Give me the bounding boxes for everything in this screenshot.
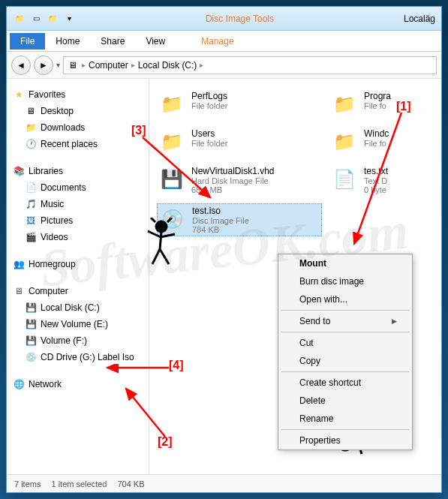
menu-burn[interactable]: Burn disc image: [278, 272, 412, 290]
file-name: test.iso: [192, 206, 249, 216]
menu-separator: [281, 429, 409, 430]
qat-btn-properties[interactable]: ▭: [29, 12, 43, 26]
statusbar: 7 items 1 item selected 704 KB: [7, 474, 441, 492]
tab-home[interactable]: Home: [45, 33, 90, 50]
forward-button[interactable]: ►: [34, 56, 53, 75]
sidebar-item-volume-e[interactable]: 💾New Volume (E:): [10, 316, 146, 332]
menu-open-with[interactable]: Open with...: [278, 290, 412, 308]
file-perflogs[interactable]: 📁 PerfLogsFile folder: [157, 89, 322, 119]
file-name: Users: [191, 128, 227, 139]
tab-share[interactable]: Share: [90, 33, 135, 50]
sidebar-item-videos[interactable]: 🎬Videos: [10, 229, 146, 245]
disk-icon: 💾: [25, 302, 37, 314]
pictures-icon: 🖼: [25, 215, 37, 227]
sidebar-item-recent[interactable]: 🕐Recent places: [10, 136, 146, 152]
breadcrumb-disk[interactable]: Local Disk (C:): [138, 60, 197, 71]
location-label: Localäg: [404, 14, 435, 24]
status-item-count: 7 items: [14, 479, 41, 488]
file-users[interactable]: 📁 UsersFile folder: [157, 127, 322, 157]
sidebar-label: Documents: [41, 182, 86, 193]
recent-icon: 🕐: [25, 138, 37, 150]
sidebar-network[interactable]: 🌐Network: [10, 376, 146, 392]
recent-locations-dropdown[interactable]: ▾: [56, 61, 60, 69]
sidebar-libraries[interactable]: 📚Libraries: [10, 163, 146, 179]
menu-separator: [281, 371, 409, 372]
computer-icon: 🖥: [67, 59, 79, 71]
qat-btn-newfolder[interactable]: 📁: [46, 12, 59, 26]
file-vhd[interactable]: 💾 NewVirtualDisk1.vhdHard Disk Image Fil…: [157, 164, 322, 196]
sidebar-label: Desktop: [41, 106, 74, 116]
nav-row: ◄ ► ▾ 🖥 ▸ Computer ▸ Local Disk (C:) ▸: [7, 52, 441, 79]
tab-file[interactable]: File: [10, 33, 45, 50]
sidebar-computer[interactable]: 🖥Computer: [10, 283, 146, 299]
homegroup-icon: 👥: [13, 258, 25, 270]
ribbon-tabs: File Home Share View Manage: [7, 31, 441, 52]
sidebar-item-desktop[interactable]: 🖥Desktop: [10, 103, 146, 119]
file-progra[interactable]: 📁 PrograFile fo: [329, 89, 412, 119]
documents-icon: 📄: [25, 182, 37, 194]
sidebar-label: Computer: [29, 286, 68, 296]
sidebar-item-cd-g[interactable]: 💿CD Drive (G:) Label Iso: [10, 349, 146, 365]
menu-copy[interactable]: Copy: [278, 352, 412, 370]
file-name: tes.txt: [364, 166, 388, 176]
sidebar-label: Videos: [41, 232, 68, 242]
menu-create-shortcut[interactable]: Create shortcut: [278, 374, 412, 392]
status-size: 704 KB: [117, 479, 144, 488]
file-windc[interactable]: 📁 WindcFile fo: [329, 127, 412, 157]
sidebar-label: Recent places: [41, 139, 98, 149]
app-icon: 📁: [13, 12, 26, 26]
menu-separator: [281, 310, 409, 311]
file-name: PerfLogs: [191, 91, 227, 101]
sidebar-item-documents[interactable]: 📄Documents: [10, 179, 146, 196]
folder-icon: 📁: [331, 91, 358, 118]
sidebar-item-pictures[interactable]: 🖼Pictures: [10, 212, 146, 229]
sidebar-favorites[interactable]: ★Favorites: [10, 86, 146, 103]
file-testxt[interactable]: 📄 tes.txtText D0 byte: [329, 164, 412, 196]
music-icon: 🎵: [25, 198, 37, 210]
file-type: Hard Disk Image File: [191, 176, 275, 185]
menu-properties[interactable]: Properties: [278, 431, 412, 449]
chevron-right-icon: ▸: [131, 61, 135, 69]
menu-rename[interactable]: Rename: [278, 410, 412, 428]
tab-manage[interactable]: Manage: [191, 33, 244, 50]
breadcrumb[interactable]: 🖥 ▸ Computer ▸ Local Disk (C:) ▸: [63, 56, 437, 74]
tab-view[interactable]: View: [135, 33, 176, 50]
sidebar-label: Music: [41, 199, 64, 209]
file-name: NewVirtualDisk1.vhd: [191, 166, 275, 176]
menu-mount[interactable]: Mount: [278, 254, 412, 272]
computer-icon: 🖥: [13, 285, 25, 297]
menu-delete[interactable]: Delete: [278, 392, 412, 410]
file-type: File folder: [191, 139, 227, 148]
sidebar-item-downloads[interactable]: 📁Downloads: [10, 119, 146, 136]
sidebar-item-local-c[interactable]: 💾Local Disk (C:): [10, 299, 146, 316]
breadcrumb-computer[interactable]: Computer: [89, 60, 128, 71]
cd-icon: 💿: [25, 351, 37, 363]
disk-image-icon: 💾: [158, 166, 185, 193]
file-size: 0 byte: [364, 185, 388, 194]
titlebar: 📁 ▭ 📁 ▾ Disc Image Tools Localäg: [7, 7, 441, 31]
disk-icon: 💾: [25, 318, 37, 330]
file-size: 68.0 MB: [191, 185, 275, 194]
folder-icon: 📁: [25, 122, 37, 134]
file-type: Text D: [364, 176, 388, 185]
qat-dropdown[interactable]: ▾: [62, 12, 76, 26]
sidebar-item-volume-f[interactable]: 💾Volume (F:): [10, 332, 146, 349]
menu-send-to[interactable]: Send to▶: [278, 312, 412, 330]
sidebar-label: Homegroup: [29, 259, 76, 269]
sidebar-label: Volume (F:): [41, 335, 87, 346]
sidebar-label: Favorites: [29, 89, 65, 100]
back-button[interactable]: ◄: [11, 56, 31, 75]
sidebar-label: Network: [29, 379, 62, 389]
menu-cut[interactable]: Cut: [278, 334, 412, 352]
context-tab-label: Disc Image Tools: [76, 14, 404, 24]
sidebar-label: Pictures: [41, 215, 73, 226]
sidebar-item-music[interactable]: 🎵Music: [10, 196, 146, 212]
file-size: 784 KB: [192, 225, 249, 234]
chevron-right-icon: ▶: [392, 317, 397, 325]
sidebar-homegroup[interactable]: 👥Homegroup: [10, 256, 146, 272]
file-iso[interactable]: 💿 test.isoDisc Image File784 KB: [157, 203, 322, 236]
file-type: File folder: [191, 101, 227, 110]
file-name: Windc: [364, 128, 389, 139]
status-selection: 1 item selected: [51, 479, 107, 488]
folder-icon: 📁: [158, 128, 185, 155]
